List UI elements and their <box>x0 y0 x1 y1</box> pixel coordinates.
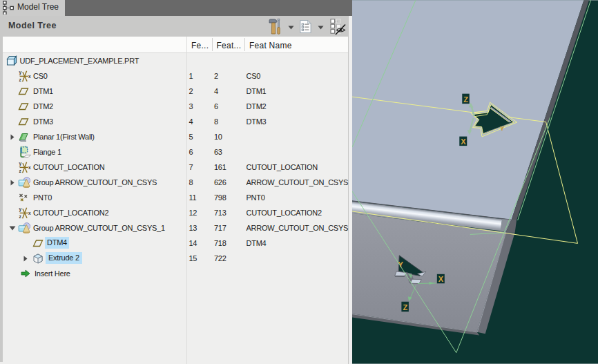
svg-text:x: x <box>28 164 31 169</box>
svg-text:z: z <box>19 169 22 173</box>
svg-text:Y: Y <box>398 260 403 269</box>
svg-text:Z: Z <box>463 95 468 104</box>
svg-text:x: x <box>28 210 31 215</box>
svg-text:z: z <box>19 77 22 82</box>
svg-text:y: y <box>19 70 22 75</box>
svg-text:y: y <box>19 207 22 212</box>
svg-text:Z: Z <box>403 303 407 312</box>
svg-text:z: z <box>19 214 22 219</box>
svg-text:y: y <box>19 161 22 166</box>
svg-text:Y: Y <box>499 124 504 132</box>
svg-text:x: x <box>28 73 31 78</box>
svg-text:X: X <box>438 275 443 283</box>
svg-text:X: X <box>461 137 466 146</box>
